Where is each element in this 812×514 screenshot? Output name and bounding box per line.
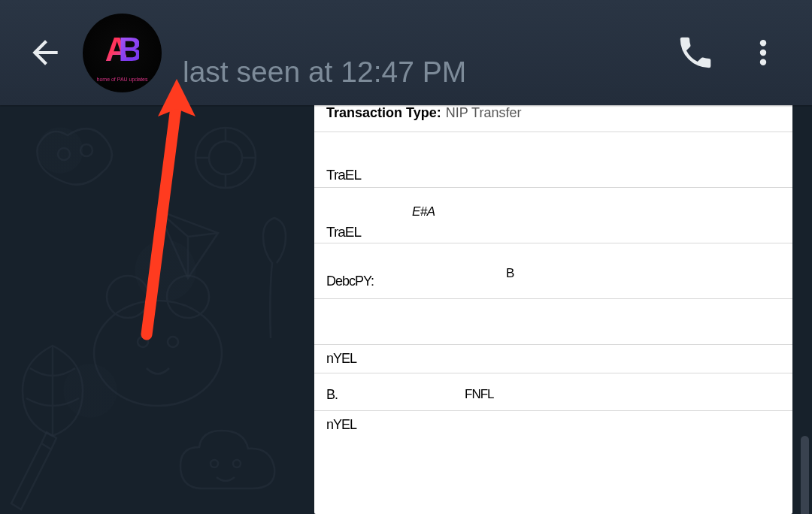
receipt-value: B: [506, 266, 514, 281]
contact-title-block[interactable]: ​ ​ ​ last seen at 12:47 PM: [183, 17, 654, 89]
back-button[interactable]: [23, 30, 68, 75]
receipt-row: nYEL: [314, 344, 792, 373]
receipt-label: TraEL: [326, 224, 361, 240]
phone-icon: [675, 32, 716, 73]
receipt-row: B. FNFL: [314, 373, 792, 411]
receipt-value: NIP Transfer: [446, 105, 522, 120]
receipt-row: TraEL E#A: [314, 188, 792, 243]
arrow-left-icon: [26, 34, 64, 71]
receipt-row: [314, 299, 792, 344]
contact-avatar[interactable]: AB home of PAU updates: [83, 14, 162, 92]
call-button[interactable]: [669, 26, 722, 79]
scrollbar[interactable]: [801, 436, 809, 514]
more-options-button[interactable]: [737, 26, 789, 79]
last-seen-status: last seen at 12:47 PM: [183, 56, 654, 89]
avatar-subtitle: home of PAU updates: [97, 77, 148, 82]
receipt-row-type: Transaction Type:NIP Transfer: [314, 105, 792, 132]
message-image-receipt[interactable]: Transaction Type:NIP Transfer TraEL TraE…: [314, 105, 792, 514]
receipt-row: TraEL: [314, 132, 792, 188]
receipt-label: TraEL: [326, 167, 361, 183]
receipt-label: B.: [326, 387, 338, 403]
receipt-label: DebcPY:: [326, 274, 374, 289]
receipt-value: FNFL: [465, 387, 494, 402]
contact-name: ​ ​ ​: [183, 17, 654, 54]
svg-point-11: [760, 40, 766, 46]
svg-point-12: [760, 50, 766, 56]
receipt-label: Transaction Type:: [326, 105, 441, 120]
more-vertical-icon: [747, 36, 780, 69]
avatar-letter-b: B: [119, 31, 140, 68]
receipt-row: nYEL: [314, 411, 792, 440]
svg-point-13: [760, 59, 766, 65]
receipt-label: nYEL: [326, 417, 356, 433]
receipt-value: E#A: [412, 204, 435, 219]
receipt-label: nYEL: [326, 351, 356, 367]
avatar-monogram: AB: [105, 31, 140, 68]
receipt-row: DebcPY: B: [314, 243, 792, 299]
chat-body[interactable]: Transaction Type:NIP Transfer TraEL TraE…: [0, 105, 812, 514]
chat-header: AB home of PAU updates ​ ​ ​ last seen a…: [0, 0, 812, 105]
